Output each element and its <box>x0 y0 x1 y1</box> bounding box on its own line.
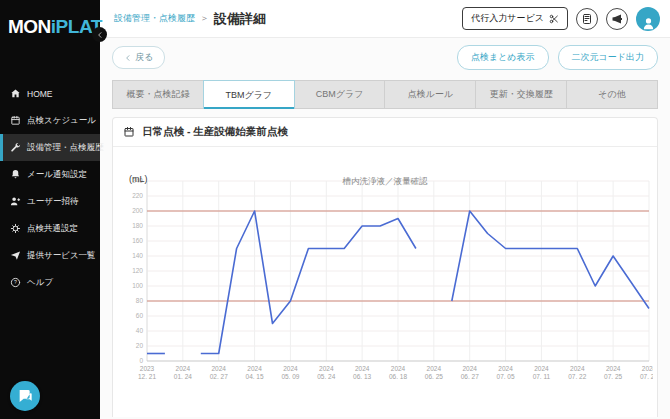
svg-text:06. 13: 06. 13 <box>353 373 371 380</box>
svg-text:2024: 2024 <box>247 365 262 372</box>
scissors-icon <box>549 14 559 24</box>
main-content: 戻る 点検まとめ表示 二次元コード出力 概要・点検記録TBMグラフCBMグラフ点… <box>100 38 670 419</box>
brand-logo: MONiPLAT <box>8 16 100 38</box>
inspection-card: 日常点検 - 生産設備始業前点検 (mL) 槽内洗浄液／液量確認 0204060… <box>112 117 658 417</box>
breadcrumb-parent[interactable]: 設備管理・点検履歴 <box>114 12 195 25</box>
sidebar-item-5[interactable]: 点検共通設定 <box>0 215 100 242</box>
sidebar-collapse-button[interactable] <box>92 27 107 42</box>
svg-text:2024: 2024 <box>498 365 513 372</box>
svg-text:80: 80 <box>136 297 144 304</box>
tbm-chart-svg: 020406080100120140160180200220240202312.… <box>117 167 653 383</box>
qr-code-export-button[interactable]: 二次元コード出力 <box>558 45 658 70</box>
svg-text:2024: 2024 <box>319 365 334 372</box>
tab-2[interactable]: CBMグラフ <box>295 81 386 108</box>
svg-text:60: 60 <box>136 312 144 319</box>
svg-text:140: 140 <box>132 252 143 259</box>
calendar-icon <box>10 115 21 126</box>
send-icon <box>10 250 21 261</box>
svg-text:05. 09: 05. 09 <box>281 373 299 380</box>
chat-bubble-button[interactable] <box>10 381 40 411</box>
sidebar-item-label: 点検スケジュール <box>27 115 96 127</box>
sidebar-item-7[interactable]: ?ヘルプ <box>0 269 100 296</box>
tab-3[interactable]: 点検ルール <box>385 81 476 108</box>
svg-text:180: 180 <box>132 222 143 229</box>
wrench-icon <box>10 142 21 153</box>
svg-text:2024: 2024 <box>355 365 370 372</box>
svg-text:2024: 2024 <box>534 365 549 372</box>
tab-0[interactable]: 概要・点検記録 <box>113 81 204 108</box>
svg-text:2023: 2023 <box>140 365 155 372</box>
svg-text:2024: 2024 <box>211 365 226 372</box>
sidebar-item-4[interactable]: ユーザー招待 <box>0 188 100 215</box>
megaphone-icon <box>611 13 623 25</box>
chevron-left-icon <box>96 31 104 39</box>
svg-text:2024: 2024 <box>427 365 442 372</box>
sidebar-item-6[interactable]: 提供サービス一覧 <box>0 242 100 269</box>
sidebar-item-0[interactable]: HOME <box>0 80 100 107</box>
svg-text:06. 27: 06. 27 <box>461 373 479 380</box>
svg-text:2024: 2024 <box>462 365 477 372</box>
svg-text:2024: 2024 <box>570 365 585 372</box>
svg-text:220: 220 <box>132 192 143 199</box>
announcements-button[interactable] <box>606 8 628 30</box>
svg-text:0: 0 <box>139 357 143 364</box>
calendar-icon <box>123 126 135 138</box>
gear-icon <box>10 223 21 234</box>
sidebar: MONiPLAT HOME点検スケジュール設備管理・点検履歴メール通知設定ユーザ… <box>0 0 100 419</box>
svg-text:12. 21: 12. 21 <box>138 373 156 380</box>
svg-text:200: 200 <box>132 207 143 214</box>
sidebar-item-2[interactable]: 設備管理・点検履歴 <box>0 134 100 161</box>
svg-text:07. 29: 07. 29 <box>640 373 653 380</box>
sidebar-menu: HOME点検スケジュール設備管理・点検履歴メール通知設定ユーザー招待点検共通設定… <box>0 80 100 296</box>
chart-area: (mL) 槽内洗浄液／液量確認 020406080100120140160180… <box>113 167 657 383</box>
proxy-input-service-button[interactable]: 代行入力サービス <box>462 7 568 30</box>
calculator-button[interactable] <box>576 8 598 30</box>
breadcrumb-separator: ＞ <box>200 12 209 25</box>
svg-text:02. 27: 02. 27 <box>210 373 228 380</box>
inspection-summary-button[interactable]: 点検まとめ表示 <box>457 45 549 70</box>
svg-text:07. 22: 07. 22 <box>568 373 586 380</box>
svg-text:07. 25: 07. 25 <box>604 373 622 380</box>
user-avatar-button[interactable] <box>636 7 660 31</box>
svg-text:2024: 2024 <box>283 365 298 372</box>
top-header: 設備管理・点検履歴 ＞ 設備詳細 代行入力サービス <box>100 0 670 38</box>
chart-title: 槽内洗浄液／液量確認 <box>113 176 657 188</box>
sidebar-item-label: メール通知設定 <box>27 169 87 181</box>
svg-text:2024: 2024 <box>391 365 406 372</box>
proxy-button-label: 代行入力サービス <box>471 12 544 25</box>
sidebar-item-1[interactable]: 点検スケジュール <box>0 107 100 134</box>
chat-icon <box>17 388 33 404</box>
svg-text:07. 05: 07. 05 <box>497 373 515 380</box>
sidebar-item-label: 設備管理・点検履歴 <box>27 142 104 154</box>
bell-icon <box>10 169 21 180</box>
detail-tabs: 概要・点検記録TBMグラフCBMグラフ点検ルール更新・交換履歴その他 <box>112 80 658 109</box>
svg-text:2024: 2024 <box>176 365 191 372</box>
svg-text:06. 18: 06. 18 <box>389 373 407 380</box>
svg-text:01. 24: 01. 24 <box>174 373 192 380</box>
tab-5[interactable]: その他 <box>567 81 657 108</box>
svg-text:04. 15: 04. 15 <box>246 373 264 380</box>
sidebar-item-3[interactable]: メール通知設定 <box>0 161 100 188</box>
sidebar-item-label: ヘルプ <box>27 277 53 289</box>
data-series-line <box>201 211 416 354</box>
help-icon: ? <box>10 277 21 288</box>
tab-4[interactable]: 更新・交換履歴 <box>476 81 567 108</box>
svg-text:2024: 2024 <box>642 365 653 372</box>
user-add-icon <box>10 196 21 207</box>
sidebar-item-label: HOME <box>27 89 53 99</box>
svg-text:?: ? <box>14 279 17 285</box>
svg-text:07. 11: 07. 11 <box>533 373 551 380</box>
svg-text:05. 24: 05. 24 <box>317 373 335 380</box>
svg-text:100: 100 <box>132 282 143 289</box>
card-title: 日常点検 - 生産設備始業前点検 <box>142 125 288 139</box>
tab-1[interactable]: TBMグラフ <box>203 80 295 109</box>
svg-text:160: 160 <box>132 237 143 244</box>
back-button-label: 戻る <box>135 51 153 64</box>
card-header: 日常点検 - 生産設備始業前点検 <box>113 118 657 147</box>
back-button[interactable]: 戻る <box>112 46 165 69</box>
svg-text:120: 120 <box>132 267 143 274</box>
calculator-icon <box>581 13 593 25</box>
logo-part-1: MON <box>8 16 51 37</box>
page-title: 設備詳細 <box>214 10 266 28</box>
svg-text:40: 40 <box>136 327 144 334</box>
